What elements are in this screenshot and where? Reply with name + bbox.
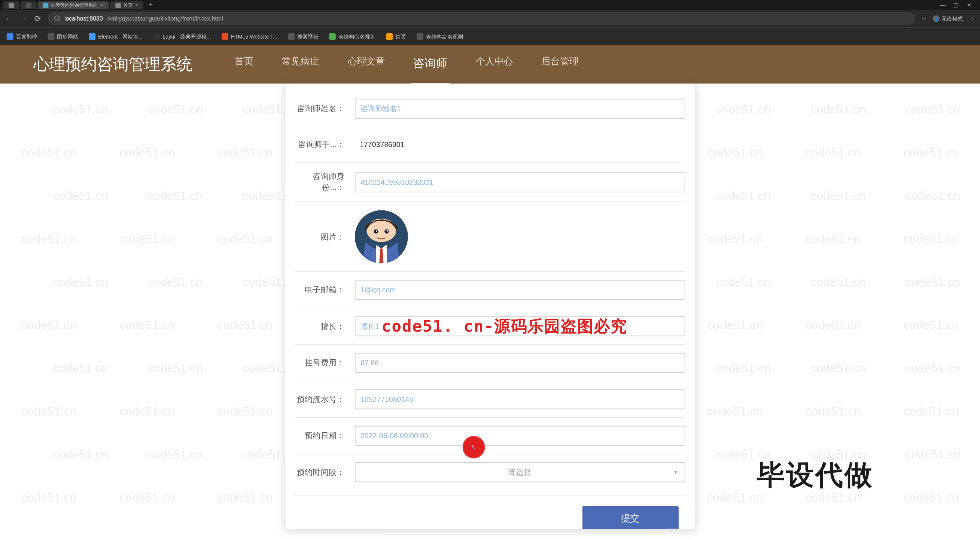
bookmark-favicon-icon — [386, 33, 393, 40]
url-input[interactable]: ⓘ localhost:8080/xinliyuyuezixunguanlixi… — [48, 12, 915, 25]
info-icon: ⓘ — [54, 14, 60, 23]
select-placeholder: 请选择 — [508, 467, 532, 478]
menu-icon[interactable]: ⋮ — [969, 16, 975, 22]
bookmark-favicon-icon — [48, 33, 55, 40]
bookmark-favicon-icon — [153, 33, 160, 40]
bookmark-label: HTML5 Website T... — [231, 34, 277, 40]
skill-label: 擅长： — [295, 321, 345, 332]
bookmark-favicon-icon — [89, 33, 96, 40]
skill-input[interactable] — [355, 316, 685, 336]
favicon-icon — [26, 2, 31, 8]
forward-button[interactable]: → — [20, 14, 28, 23]
bookmark-label: 表结构命名规则 — [338, 33, 375, 40]
fee-label: 挂号费用： — [295, 357, 345, 368]
back-app2[interactable] — [21, 1, 37, 9]
nav-home[interactable]: 首页 — [232, 45, 256, 85]
vue-favicon-icon — [43, 2, 48, 8]
bookmark-favicon-icon — [288, 33, 294, 40]
chevron-down-icon: ▾ — [675, 469, 678, 476]
new-tab-button[interactable]: + — [145, 1, 157, 9]
serial-label: 预约流水号： — [295, 394, 345, 405]
booking-form: 咨询师姓名： 咨询师手...： 咨询师身份...： 图片： — [285, 83, 696, 529]
browser-tab-strip: 心理预约咨询管理系统 × 首页 × + — ▢ ✕ — [0, 0, 980, 10]
name-label: 咨询师姓名： — [295, 103, 345, 114]
favicon-icon — [115, 2, 121, 8]
bookmark-favicon-icon — [7, 33, 13, 40]
bookmark-label: Element - 网站快... — [98, 33, 143, 40]
email-label: 电子邮箱： — [295, 285, 345, 296]
idcard-label: 咨询师身份...： — [295, 171, 345, 194]
bookmark-item[interactable]: 百度翻译 — [7, 33, 37, 40]
bookmark-label: 搜索壁纸 — [297, 33, 318, 40]
bookmark-label: Layui - 经典开源模... — [162, 33, 211, 40]
bookmark-favicon-icon — [329, 33, 336, 40]
bookmark-favicon-icon — [222, 33, 228, 40]
avatar — [355, 210, 408, 264]
nav-articles[interactable]: 心理文章 — [345, 45, 387, 85]
bookmark-label: 表结构命名规则 — [426, 33, 463, 40]
date-input[interactable] — [355, 426, 685, 446]
date-label: 预约日期： — [295, 430, 345, 441]
close-icon[interactable]: × — [100, 2, 103, 8]
bookmark-item[interactable]: 表结构命名规则 — [329, 33, 375, 40]
incognito-badge: 👤 无痕模式 — [933, 15, 963, 22]
url-path: /xinliyuyuezixunguanlixitong/front/index… — [107, 15, 223, 22]
address-bar: ← → ⟳ ⓘ localhost:8080/xinliyuyuezixungu… — [0, 10, 980, 27]
svg-point-5 — [386, 230, 388, 232]
phone-input[interactable] — [355, 135, 685, 154]
mode-label: 无痕模式 — [942, 15, 963, 22]
incognito-icon: 👤 — [933, 15, 940, 22]
idcard-input[interactable] — [355, 173, 685, 192]
back-app[interactable] — [3, 1, 19, 9]
timeslot-select[interactable]: 请选择 ▾ — [355, 462, 685, 482]
fee-input[interactable] — [355, 353, 685, 373]
bookmark-item[interactable]: HTML5 Website T... — [222, 33, 277, 40]
browser-tab-1[interactable]: 心理预约咨询管理系统 × — [38, 1, 108, 9]
nav-admin[interactable]: 后台管理 — [539, 45, 581, 85]
logo: 心理预约咨询管理系统 — [33, 54, 192, 75]
bookmark-label: 图标网站 — [57, 33, 78, 40]
email-input[interactable] — [355, 280, 685, 300]
tab-title: 首页 — [123, 2, 132, 8]
bookmark-item[interactable]: Layui - 经典开源模... — [153, 33, 211, 40]
favicon-icon — [9, 2, 14, 8]
avatar-image-icon — [355, 210, 408, 264]
promo-text: 毕设代做 — [757, 456, 874, 493]
star-icon[interactable]: ☆ — [922, 16, 926, 22]
svg-point-4 — [375, 230, 377, 232]
tab-title: 心理预约咨询管理系统 — [51, 2, 97, 8]
maximize-icon[interactable]: ▢ — [953, 2, 959, 8]
reload-button[interactable]: ⟳ — [35, 14, 41, 23]
close-icon[interactable]: × — [135, 2, 138, 8]
back-button[interactable]: ← — [5, 14, 13, 23]
bookmarks-bar: 百度翻译 图标网站 Element - 网站快... Layui - 经典开源模… — [0, 27, 980, 45]
bookmark-label: 百度翻译 — [16, 33, 37, 40]
bookmark-favicon-icon — [417, 33, 423, 40]
photo-label: 图片： — [295, 231, 345, 243]
bookmark-item[interactable]: Element - 网站快... — [89, 33, 143, 40]
nav-symptoms[interactable]: 常见病症 — [279, 45, 321, 85]
minimize-icon[interactable]: — — [940, 2, 945, 8]
nav-profile[interactable]: 个人中心 — [473, 45, 515, 85]
bookmark-item[interactable]: 搜索壁纸 — [288, 33, 318, 40]
bookmark-item[interactable]: 首页 — [386, 33, 406, 40]
serial-input[interactable] — [355, 389, 685, 409]
page-header: 心理预约咨询管理系统 首页 常见病症 心理文章 咨询师 个人中心 后台管理 — [0, 45, 980, 84]
bookmark-label: 首页 — [395, 33, 406, 40]
timeslot-label: 预约时间段： — [295, 467, 345, 478]
url-host: localhost:8080 — [64, 15, 103, 22]
phone-label: 咨询师手...： — [295, 139, 345, 150]
submit-button[interactable]: 提交 — [582, 506, 678, 529]
nav-counselor[interactable]: 咨询师 — [410, 45, 450, 85]
close-icon[interactable]: ✕ — [967, 2, 971, 8]
name-input[interactable] — [355, 99, 685, 119]
browser-tab-2[interactable]: 首页 × — [110, 1, 144, 9]
bookmark-item[interactable]: 表结构命名规则 — [417, 33, 463, 40]
bookmark-item[interactable]: 图标网站 — [48, 33, 79, 40]
